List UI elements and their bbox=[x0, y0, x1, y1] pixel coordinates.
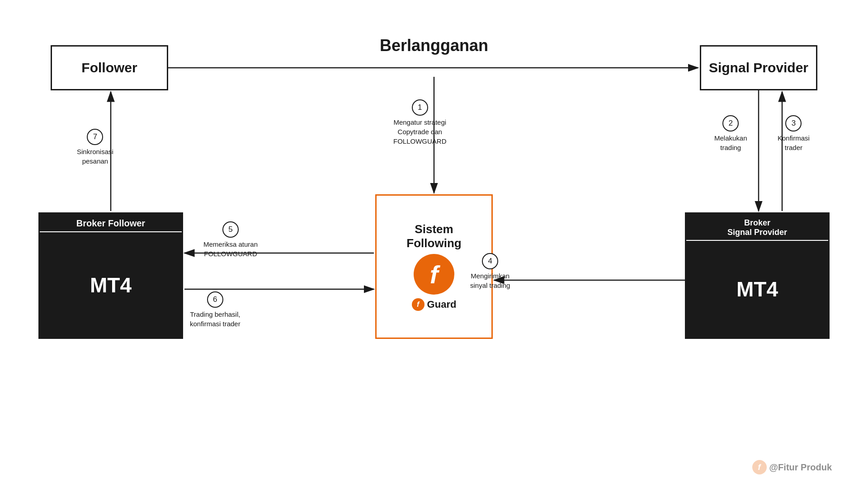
step-7-circle: 7 bbox=[87, 129, 103, 145]
step-6-text: Trading berhasil,konfirmasi trader bbox=[190, 310, 241, 328]
step-2-circle: 2 bbox=[722, 115, 739, 131]
f-logo-small-guard: f bbox=[412, 298, 425, 311]
step-1: 1 Mengatur strategiCopytrade danFOLLOWGU… bbox=[393, 99, 447, 146]
step-7: 7 Sinkronisasipesanan bbox=[77, 129, 113, 166]
step-2: 2 Melakukantrading bbox=[714, 115, 747, 152]
step-6: 6 Trading berhasil,konfirmasi trader bbox=[190, 291, 241, 328]
signal-provider-label: Signal Provider bbox=[709, 60, 808, 75]
step-1-text: Mengatur strategiCopytrade danFOLLOWGUAR… bbox=[393, 117, 447, 146]
step-4: 4 Mengirimkansinyal trading bbox=[470, 253, 510, 290]
follower-label: Follower bbox=[81, 60, 137, 75]
sistem-title: SistemFollowing bbox=[406, 222, 461, 250]
step-5: 5 Memeriksa aturanFOLLOWGUARD bbox=[203, 221, 258, 258]
watermark: f @Fitur Produk bbox=[752, 460, 832, 474]
box-broker-follower: Broker Follower MT4 bbox=[38, 212, 183, 339]
broker-signal-top-label: BrokerSignal Provider bbox=[686, 214, 828, 241]
broker-signal-bottom: MT4 bbox=[736, 241, 778, 338]
step-2-text: Melakukantrading bbox=[714, 133, 747, 152]
step-5-text: Memeriksa aturanFOLLOWGUARD bbox=[203, 239, 258, 258]
step-4-circle: 4 bbox=[482, 253, 498, 269]
step-3-circle: 3 bbox=[785, 115, 802, 131]
step-3: 3 Konfirmasitrader bbox=[778, 115, 810, 152]
step-1-circle: 1 bbox=[412, 99, 428, 116]
diagram-container: Berlangganan Follower Signal Provider Br… bbox=[0, 0, 868, 488]
berlangganan-title: Berlangganan bbox=[380, 36, 488, 55]
step-5-circle: 5 bbox=[222, 221, 239, 238]
broker-signal-mt4-label: MT4 bbox=[736, 277, 778, 301]
box-follower: Follower bbox=[51, 45, 168, 90]
guard-text: Guard bbox=[427, 299, 457, 310]
f-logo-big: f bbox=[414, 254, 454, 295]
watermark-icon: f bbox=[752, 460, 767, 474]
step-3-text: Konfirmasitrader bbox=[778, 133, 810, 152]
broker-follower-bottom: MT4 bbox=[90, 232, 132, 338]
broker-follower-mt4-label: MT4 bbox=[90, 273, 132, 297]
step-6-circle: 6 bbox=[207, 291, 223, 308]
watermark-text: @Fitur Produk bbox=[769, 462, 832, 473]
box-broker-signal: BrokerSignal Provider MT4 bbox=[685, 212, 830, 339]
guard-label: f Guard bbox=[412, 298, 457, 311]
box-signal-provider: Signal Provider bbox=[700, 45, 817, 90]
broker-follower-top-label: Broker Follower bbox=[40, 214, 182, 232]
step-7-text: Sinkronisasipesanan bbox=[77, 147, 113, 166]
step-4-text: Mengirimkansinyal trading bbox=[470, 271, 510, 290]
